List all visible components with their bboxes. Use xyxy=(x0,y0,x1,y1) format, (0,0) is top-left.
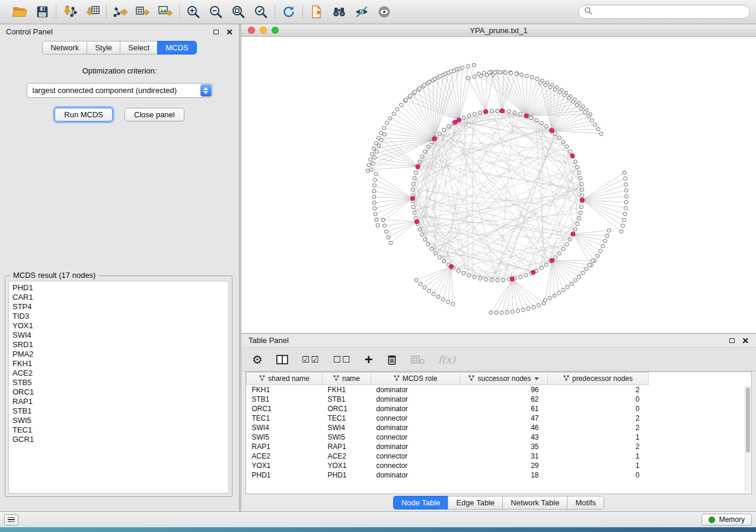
mcds-result-item[interactable]: STB1 xyxy=(12,406,225,416)
mcds-result-item[interactable]: CAR1 xyxy=(12,293,225,302)
import-table-icon[interactable] xyxy=(83,3,102,21)
show-all-icon[interactable] xyxy=(375,3,394,21)
tab-edge-table[interactable]: Edge Table xyxy=(448,496,502,509)
mcds-result-item[interactable]: PMA2 xyxy=(12,350,225,359)
mcds-result-item[interactable]: FKH1 xyxy=(12,359,225,368)
table-row[interactable]: RAP1RAP1dominator352 xyxy=(247,442,649,451)
zoom-fit-icon[interactable] xyxy=(229,3,248,21)
table-scrollbar[interactable] xyxy=(745,386,751,493)
window-close-light[interactable] xyxy=(248,27,255,34)
table-row[interactable]: STB1STB1dominator620 xyxy=(247,395,649,404)
table-panel-title: Table Panel xyxy=(248,336,289,345)
network-canvas[interactable] xyxy=(241,37,756,333)
main-toolbar xyxy=(0,0,756,24)
close-table-panel-icon[interactable]: ✕ xyxy=(742,338,749,344)
criterion-value: largest connected component (undirected) xyxy=(33,86,177,95)
table-row[interactable]: FKH1FKH1dominator962 xyxy=(247,385,649,395)
tab-motifs[interactable]: Motifs xyxy=(567,496,604,509)
memory-button[interactable]: Memory xyxy=(701,514,752,525)
export-network-icon[interactable] xyxy=(111,3,130,21)
mcds-result-item[interactable]: ACE2 xyxy=(12,368,225,378)
mcds-result-item[interactable]: RAP1 xyxy=(12,397,225,406)
float-table-panel-icon[interactable] xyxy=(729,338,735,343)
tab-node-table[interactable]: Node Table xyxy=(393,496,448,509)
close-panel-icon[interactable]: ✕ xyxy=(226,29,233,35)
app-window: Control Panel ✕ Network Style Select MCD… xyxy=(0,0,756,527)
mcds-result-item[interactable]: GCR1 xyxy=(12,435,225,444)
delete-row-icon[interactable] xyxy=(386,353,398,366)
mcds-result-group: MCDS result (17 nodes) PHD1CAR1STP4TID3Y… xyxy=(5,275,232,497)
sort-descending-icon xyxy=(534,377,539,380)
window-maximize-light[interactable] xyxy=(272,27,279,34)
network-graph[interactable] xyxy=(241,37,756,333)
first-neighbors-icon[interactable] xyxy=(330,3,349,21)
close-panel-button[interactable]: Close panel xyxy=(125,108,184,121)
table-row[interactable]: SWI5SWI5connector431 xyxy=(247,432,649,442)
table-toolbar: ⚙ ☑☑ ☐☐ + f(x) xyxy=(241,347,756,371)
memory-status-icon xyxy=(709,517,715,523)
tab-mcds[interactable]: MCDS xyxy=(157,41,196,55)
network-view-titlebar[interactable]: YPA_prune.txt_1 xyxy=(241,24,756,37)
mcds-result-item[interactable]: TID3 xyxy=(12,312,225,321)
mcds-result-item[interactable]: SRD1 xyxy=(12,340,225,350)
memory-label: Memory xyxy=(719,515,745,524)
refresh-icon[interactable] xyxy=(279,3,298,21)
mcds-result-item[interactable]: YOX1 xyxy=(12,321,225,331)
mcds-result-item[interactable]: TEC1 xyxy=(12,425,225,435)
scrollbar-thumb[interactable] xyxy=(746,387,750,453)
column-header-shared-name[interactable]: shared name xyxy=(247,373,323,385)
select-all-icon[interactable]: ☑☑ xyxy=(302,354,320,365)
table-row[interactable]: SWI4SWI4dominator462 xyxy=(247,423,649,432)
add-row-icon[interactable]: + xyxy=(365,351,373,368)
export-table-icon[interactable] xyxy=(133,3,152,21)
criterion-dropdown[interactable]: largest connected component (undirected) xyxy=(27,83,213,98)
import-network-icon[interactable] xyxy=(60,3,79,21)
tab-network-table[interactable]: Network Table xyxy=(502,496,567,509)
column-type-icon xyxy=(563,374,569,383)
mcds-result-item[interactable]: PHD1 xyxy=(12,283,225,293)
control-panel-tabs: Network Style Select MCDS xyxy=(0,41,239,55)
table-row[interactable]: TEC1TEC1connector472 xyxy=(247,414,649,423)
float-panel-icon[interactable] xyxy=(213,30,219,34)
table-row[interactable]: PHD1PHD1dominator180 xyxy=(247,470,649,480)
table-panel-tabs: Node Table Edge Table Network Table Moti… xyxy=(241,494,756,511)
control-panel: Control Panel ✕ Network Style Select MCD… xyxy=(0,24,239,511)
mcds-result-item[interactable]: STP4 xyxy=(12,302,225,312)
search-input[interactable] xyxy=(595,8,744,16)
tab-select[interactable]: Select xyxy=(120,41,157,55)
column-header-mcds-role[interactable]: MCDS role xyxy=(371,373,460,385)
mcds-result-item[interactable]: ORC1 xyxy=(12,387,225,397)
share-document-icon[interactable] xyxy=(307,3,326,21)
optimization-criterion-label: Optimization criterion: xyxy=(0,66,239,75)
mcds-result-item[interactable]: SWI5 xyxy=(12,416,225,425)
task-history-icon[interactable] xyxy=(4,514,18,525)
column-visibility-icon[interactable] xyxy=(276,354,289,366)
zoom-selected-icon[interactable] xyxy=(251,3,270,21)
column-type-icon xyxy=(259,374,265,383)
zoom-in-icon[interactable] xyxy=(184,3,203,21)
column-header-name[interactable]: name xyxy=(323,373,371,385)
mcds-result-item[interactable]: STB5 xyxy=(12,378,225,387)
table-row[interactable]: ACE2ACE2connector311 xyxy=(247,451,649,461)
search-box[interactable] xyxy=(578,5,750,19)
column-header-predecessor-nodes[interactable]: predecessor nodes xyxy=(548,373,649,385)
column-header-successor-nodes[interactable]: successor nodes xyxy=(460,373,548,385)
mcds-result-list[interactable]: PHD1CAR1STP4TID3YOX1SWI4SRD1PMA2FKH1ACE2… xyxy=(8,281,229,493)
table-row[interactable]: YOX1YOX1connector291 xyxy=(247,461,649,470)
export-image-icon[interactable] xyxy=(156,3,175,21)
open-session-icon[interactable] xyxy=(10,3,29,21)
table-row[interactable]: ORC1ORC1dominator610 xyxy=(247,404,649,414)
tab-network[interactable]: Network xyxy=(42,41,87,55)
hide-selected-icon[interactable] xyxy=(352,3,371,21)
save-session-icon[interactable] xyxy=(33,3,52,21)
table-settings-icon[interactable]: ⚙ xyxy=(252,352,263,367)
run-mcds-button[interactable]: Run MCDS xyxy=(55,108,113,121)
deselect-all-icon[interactable]: ☐☐ xyxy=(333,354,352,365)
function-builder-icon: f(x) xyxy=(438,354,455,366)
node-table-grid: shared name name MCDS role successor nod… xyxy=(246,372,649,480)
mcds-result-item[interactable]: SWI4 xyxy=(12,331,225,340)
zoom-out-icon[interactable] xyxy=(206,3,225,21)
tab-style[interactable]: Style xyxy=(87,41,120,55)
column-type-icon xyxy=(468,374,474,383)
window-minimize-light[interactable] xyxy=(260,27,267,34)
